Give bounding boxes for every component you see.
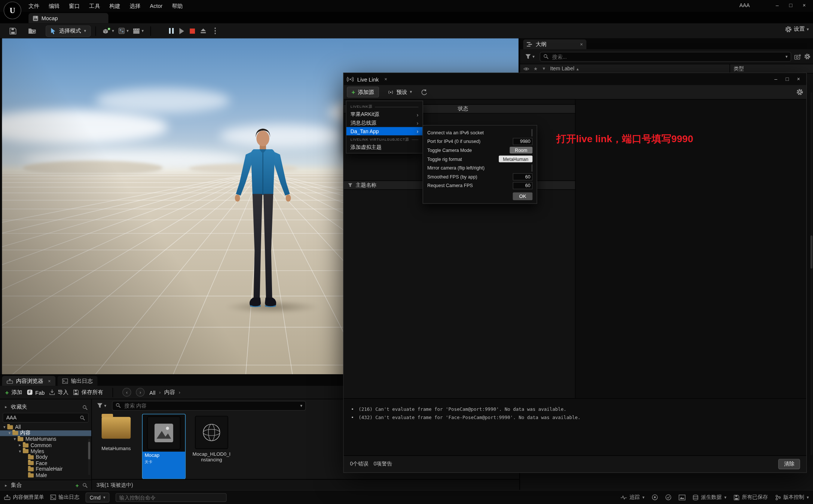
nav-forward-button[interactable]: ›: [136, 388, 145, 397]
tree-item-face[interactable]: Face: [0, 460, 91, 466]
tab-close-icon[interactable]: ×: [385, 76, 387, 82]
clear-button[interactable]: 清除: [778, 459, 800, 469]
menu-item-messagebus[interactable]: 消息总线源›: [346, 119, 423, 127]
playback-options-icon[interactable]: [214, 28, 216, 29]
caret-icon[interactable]: ▾: [7, 431, 12, 435]
search-icon[interactable]: [82, 483, 88, 488]
presets-dropdown[interactable]: 预设 ▾: [383, 87, 416, 97]
tab-output-log[interactable]: 输出日志: [58, 376, 98, 386]
tab-mocap-level[interactable]: Mocap: [28, 13, 108, 24]
caret-icon[interactable]: ▸: [4, 404, 8, 409]
menu-build[interactable]: 构建: [105, 0, 125, 12]
collections-section[interactable]: ▸ 集合 +: [0, 480, 91, 491]
derived-data-dropdown[interactable]: 派生数据 ▾: [693, 494, 726, 501]
menu-select[interactable]: 选择: [125, 0, 145, 12]
minimize-button[interactable]: –: [774, 76, 777, 82]
outliner-scrollbar-thumb[interactable]: [810, 235, 813, 269]
outliner-search-input[interactable]: [551, 53, 783, 60]
tree-item-male[interactable]: Male: [0, 472, 91, 478]
maximize-button[interactable]: □: [786, 76, 789, 82]
close-button[interactable]: ×: [797, 76, 800, 82]
viewport-settings-dropdown[interactable]: 设置 ▾: [785, 25, 809, 33]
log-entry[interactable]: • (432) Can't evaluate frame for 'Face-P…: [351, 413, 806, 422]
save-button[interactable]: [7, 26, 18, 36]
fab-button[interactable]: Fab: [27, 389, 45, 395]
log-entry[interactable]: • (216) Can't evaluate frame for 'PoseCa…: [351, 405, 806, 413]
select-mode-dropdown[interactable]: 选择模式 ▾: [46, 25, 91, 36]
menu-item-add-virtual-subject[interactable]: 添加虚拟主题: [346, 143, 423, 151]
favorites-section[interactable]: ▸ 收藏夹: [0, 401, 91, 412]
play-button[interactable]: [179, 28, 184, 34]
tree-item-myles[interactable]: ▾Myles: [0, 448, 91, 454]
revert-icon[interactable]: [420, 89, 427, 95]
tree-item-content[interactable]: ▾内容: [0, 430, 91, 436]
livelink-titlebar[interactable]: Live Link × – □ ×: [344, 73, 806, 85]
tree-item-all[interactable]: ▾All: [0, 424, 91, 430]
mirror-checkbox[interactable]: [531, 164, 532, 171]
revision-control-dropdown[interactable]: 版本控制 ▾: [775, 494, 809, 501]
stop-button[interactable]: [190, 28, 195, 34]
minimize-button[interactable]: –: [771, 1, 783, 10]
menu-file[interactable]: 文件: [24, 0, 44, 12]
filter-dropdown[interactable]: ▾: [523, 51, 537, 62]
ipv6-checkbox[interactable]: [531, 129, 532, 136]
asset-mocap-hlod[interactable]: Mocap_HLOD0_Instancing: [192, 414, 231, 479]
add-collection-icon[interactable]: +: [76, 482, 79, 489]
snapshot-icon[interactable]: [665, 494, 672, 501]
maximize-button[interactable]: □: [785, 1, 796, 10]
menu-item-datan-app[interactable]: Da_Tan App›: [346, 127, 423, 135]
asset-search-box[interactable]: ▾: [112, 401, 306, 410]
tree-item-metahumans[interactable]: ▾MetaHumans: [0, 436, 91, 442]
menu-edit[interactable]: 编辑: [44, 0, 64, 12]
close-button[interactable]: ×: [798, 1, 810, 10]
tab-outliner[interactable]: 大纲 ×: [523, 39, 586, 49]
pause-button[interactable]: [169, 28, 174, 34]
quick-add-dropdown[interactable]: ▾: [101, 26, 116, 36]
status-column[interactable]: 状态: [458, 105, 468, 112]
output-log-button[interactable]: 输出日志: [50, 494, 79, 501]
browse-content-button[interactable]: [26, 26, 38, 36]
caret-icon[interactable]: ▸: [4, 483, 8, 488]
asset-metahumans-folder[interactable]: MetaHumans: [97, 414, 136, 479]
breadcrumb-current[interactable]: 内容: [164, 389, 175, 396]
import-button[interactable]: 导入: [49, 389, 68, 396]
content-drawer-button[interactable]: 内容侧滑菜单: [4, 494, 44, 501]
console-command-input[interactable]: [116, 493, 227, 502]
tree-scrollbar-thumb[interactable]: [88, 442, 91, 459]
asset-search-input[interactable]: [123, 402, 298, 409]
type-column[interactable]: 类型: [734, 65, 744, 72]
ipv4-port-input[interactable]: 9980: [513, 138, 533, 145]
ok-button[interactable]: OK: [513, 192, 532, 200]
project-root-row[interactable]: AAA: [3, 413, 89, 422]
tree-item-common[interactable]: ▸Common: [0, 442, 91, 448]
outliner-settings-gear-icon[interactable]: [804, 54, 810, 60]
menu-item-arkit[interactable]: 苹果ARKit源›: [346, 110, 423, 119]
close-icon[interactable]: ×: [580, 42, 583, 47]
trace-dropdown[interactable]: 追踪 ▾: [621, 494, 645, 501]
add-button[interactable]: + 添加: [5, 389, 22, 396]
pinned-star-icon[interactable]: ★: [534, 66, 538, 71]
request-fps-input[interactable]: 60: [513, 182, 533, 189]
pin-column-icon[interactable]: ▼: [542, 66, 546, 71]
subjects-list[interactable]: [344, 190, 575, 398]
rig-format-button[interactable]: MetaHuman: [499, 156, 532, 162]
eject-button[interactable]: [201, 28, 206, 33]
search-icon[interactable]: [80, 415, 85, 421]
unreal-logo-icon[interactable]: U: [4, 1, 21, 19]
tree-item-femalehair[interactable]: FemaleHair: [0, 466, 91, 472]
nav-back-button[interactable]: ‹: [122, 388, 131, 397]
menu-window[interactable]: 窗口: [64, 0, 85, 12]
caret-icon[interactable]: ▾: [12, 437, 17, 442]
outliner-scrollbar-track[interactable]: [810, 92, 813, 455]
caret-icon[interactable]: ▸: [18, 443, 22, 448]
save-all-button[interactable]: 保存所有: [73, 389, 103, 396]
menu-tools[interactable]: 工具: [85, 0, 105, 12]
smoothed-fps-input[interactable]: 60: [513, 173, 533, 180]
search-icon[interactable]: [82, 405, 88, 410]
asset-mocap-level[interactable]: Mocap 关卡: [142, 414, 186, 479]
screenshot-icon[interactable]: [679, 494, 685, 500]
outliner-search-box[interactable]: ▾: [540, 52, 791, 61]
all-saved-indicator[interactable]: 所有已保存: [734, 494, 768, 501]
blueprints-dropdown[interactable]: ▾: [116, 26, 131, 36]
insights-icon[interactable]: [652, 494, 658, 501]
